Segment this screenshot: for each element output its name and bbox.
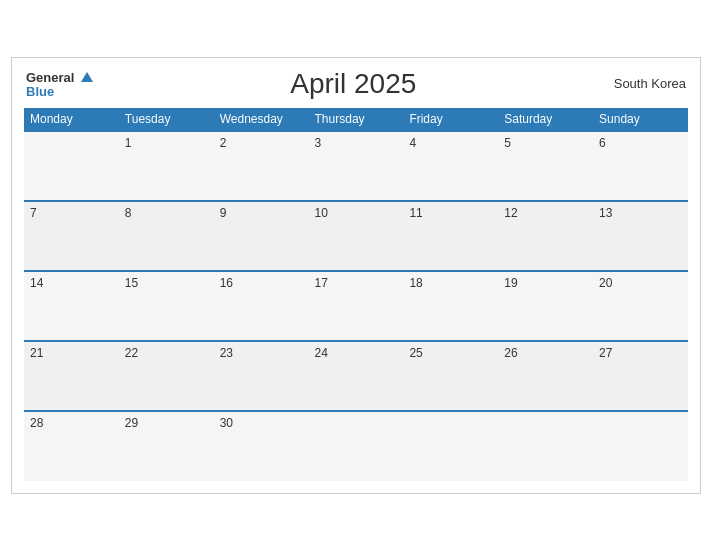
day-number: 15 xyxy=(125,276,138,290)
calendar-week-row: 14151617181920 xyxy=(24,271,688,341)
calendar-day-cell: 28 xyxy=(24,411,119,481)
calendar-day-cell: 19 xyxy=(498,271,593,341)
calendar-day-cell: 22 xyxy=(119,341,214,411)
calendar-week-row: 123456 xyxy=(24,131,688,201)
day-number: 5 xyxy=(504,136,511,150)
calendar-day-cell: 30 xyxy=(214,411,309,481)
calendar-day-cell: 8 xyxy=(119,201,214,271)
calendar-day-cell: 17 xyxy=(309,271,404,341)
calendar-day-cell: 15 xyxy=(119,271,214,341)
day-number: 2 xyxy=(220,136,227,150)
day-number: 30 xyxy=(220,416,233,430)
calendar-day-cell xyxy=(593,411,688,481)
calendar-week-row: 21222324252627 xyxy=(24,341,688,411)
calendar-day-cell: 13 xyxy=(593,201,688,271)
calendar-day-cell: 16 xyxy=(214,271,309,341)
calendar-title: April 2025 xyxy=(93,68,614,100)
day-number: 12 xyxy=(504,206,517,220)
header-monday: Monday xyxy=(24,108,119,131)
day-number: 4 xyxy=(409,136,416,150)
calendar-day-cell: 20 xyxy=(593,271,688,341)
logo-blue-text: Blue xyxy=(26,85,93,99)
header-wednesday: Wednesday xyxy=(214,108,309,131)
calendar-day-cell: 12 xyxy=(498,201,593,271)
header-tuesday: Tuesday xyxy=(119,108,214,131)
calendar-grid: Monday Tuesday Wednesday Thursday Friday… xyxy=(24,108,688,481)
day-number: 21 xyxy=(30,346,43,360)
calendar-day-cell: 4 xyxy=(403,131,498,201)
calendar-day-cell: 14 xyxy=(24,271,119,341)
calendar-day-cell: 7 xyxy=(24,201,119,271)
day-number: 18 xyxy=(409,276,422,290)
calendar-day-cell: 29 xyxy=(119,411,214,481)
day-number: 26 xyxy=(504,346,517,360)
day-number: 8 xyxy=(125,206,132,220)
calendar-day-cell: 11 xyxy=(403,201,498,271)
calendar-header: General Blue April 2025 South Korea xyxy=(24,68,688,100)
calendar-day-cell: 1 xyxy=(119,131,214,201)
logo-general-text: General xyxy=(26,70,74,85)
day-number: 3 xyxy=(315,136,322,150)
calendar-container: General Blue April 2025 South Korea Mond… xyxy=(11,57,701,494)
calendar-day-cell: 26 xyxy=(498,341,593,411)
day-number: 9 xyxy=(220,206,227,220)
weekday-header-row: Monday Tuesday Wednesday Thursday Friday… xyxy=(24,108,688,131)
day-number: 17 xyxy=(315,276,328,290)
calendar-day-cell: 9 xyxy=(214,201,309,271)
day-number: 19 xyxy=(504,276,517,290)
day-number: 13 xyxy=(599,206,612,220)
header-friday: Friday xyxy=(403,108,498,131)
calendar-day-cell xyxy=(309,411,404,481)
header-thursday: Thursday xyxy=(309,108,404,131)
calendar-day-cell: 2 xyxy=(214,131,309,201)
calendar-day-cell: 23 xyxy=(214,341,309,411)
calendar-day-cell: 5 xyxy=(498,131,593,201)
calendar-day-cell: 10 xyxy=(309,201,404,271)
day-number: 29 xyxy=(125,416,138,430)
day-number: 28 xyxy=(30,416,43,430)
day-number: 25 xyxy=(409,346,422,360)
header-sunday: Sunday xyxy=(593,108,688,131)
calendar-day-cell: 25 xyxy=(403,341,498,411)
calendar-day-cell: 21 xyxy=(24,341,119,411)
day-number: 23 xyxy=(220,346,233,360)
logo-general: General xyxy=(26,68,93,86)
day-number: 27 xyxy=(599,346,612,360)
calendar-day-cell: 27 xyxy=(593,341,688,411)
calendar-day-cell xyxy=(403,411,498,481)
day-number: 11 xyxy=(409,206,422,220)
day-number: 24 xyxy=(315,346,328,360)
day-number: 1 xyxy=(125,136,132,150)
day-number: 20 xyxy=(599,276,612,290)
header-saturday: Saturday xyxy=(498,108,593,131)
day-number: 16 xyxy=(220,276,233,290)
day-number: 14 xyxy=(30,276,43,290)
calendar-week-row: 78910111213 xyxy=(24,201,688,271)
day-number: 10 xyxy=(315,206,328,220)
calendar-day-cell: 6 xyxy=(593,131,688,201)
day-number: 22 xyxy=(125,346,138,360)
calendar-region: South Korea xyxy=(614,76,686,91)
day-number: 6 xyxy=(599,136,606,150)
calendar-week-row: 282930 xyxy=(24,411,688,481)
calendar-day-cell xyxy=(24,131,119,201)
calendar-day-cell xyxy=(498,411,593,481)
logo: General Blue xyxy=(26,68,93,100)
calendar-day-cell: 24 xyxy=(309,341,404,411)
calendar-day-cell: 3 xyxy=(309,131,404,201)
calendar-day-cell: 18 xyxy=(403,271,498,341)
day-number: 7 xyxy=(30,206,37,220)
logo-triangle-icon xyxy=(81,72,93,82)
